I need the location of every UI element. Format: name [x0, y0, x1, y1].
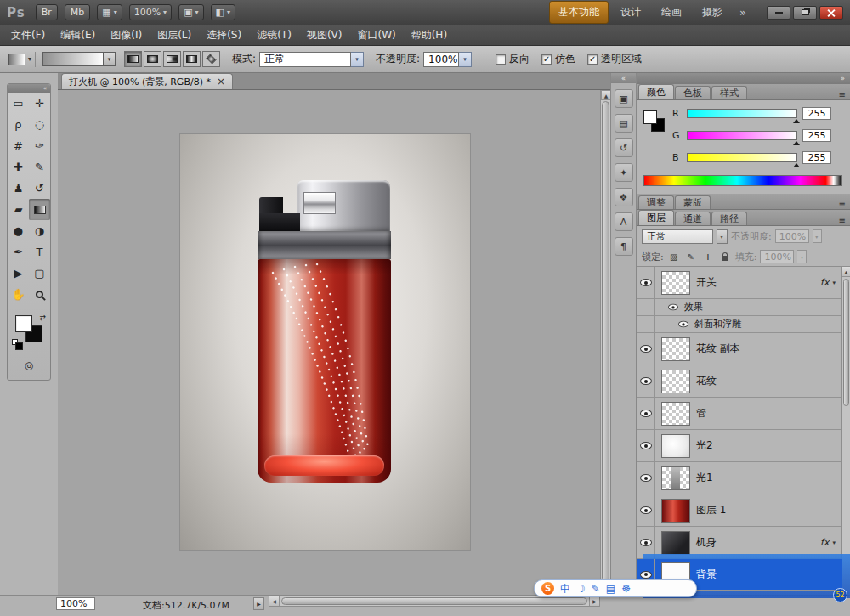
- tab-close-icon[interactable]: ×: [217, 76, 225, 87]
- menu-file[interactable]: 文件(F): [3, 25, 53, 45]
- healing-brush-tool[interactable]: ✚: [8, 156, 29, 178]
- opacity-dropdown-arrow[interactable]: ▾: [459, 52, 472, 67]
- red-value-input[interactable]: 255: [802, 107, 831, 120]
- document-canvas[interactable]: [180, 134, 470, 550]
- visibility-toggle[interactable]: [637, 316, 655, 332]
- layer-thumbnail[interactable]: [661, 434, 690, 458]
- fill-input[interactable]: 100%: [760, 250, 794, 263]
- menu-layer[interactable]: 图层(L): [150, 25, 199, 45]
- visibility-toggle[interactable]: [637, 398, 655, 429]
- visibility-toggle[interactable]: [637, 430, 655, 461]
- visibility-toggle[interactable]: [637, 299, 655, 315]
- tab-paths[interactable]: 路径: [711, 212, 747, 225]
- dodge-tool[interactable]: ◑: [29, 220, 50, 241]
- green-slider-thumb[interactable]: [793, 138, 800, 145]
- tab-adjustments[interactable]: 调整: [638, 195, 674, 209]
- view-extras-button[interactable]: ▦ ▾: [97, 4, 122, 20]
- scroll-right-arrow[interactable]: ▶: [589, 596, 599, 606]
- reflected-gradient-button[interactable]: [183, 51, 201, 67]
- blend-mode-select[interactable]: 正常: [259, 52, 351, 67]
- transparency-option[interactable]: ✓ 透明区域: [587, 52, 642, 66]
- green-slider[interactable]: [687, 131, 797, 140]
- layer-row-tuceng1[interactable]: 图层 1: [637, 494, 842, 527]
- transparency-checkbox[interactable]: ✓: [587, 54, 598, 65]
- visibility-toggle[interactable]: [637, 462, 655, 494]
- lock-all-button[interactable]: [718, 251, 732, 263]
- panel-icon-brushes[interactable]: ❖: [615, 188, 633, 206]
- layer-thumbnail[interactable]: [661, 337, 690, 361]
- fill-arrow[interactable]: ▾: [797, 250, 807, 263]
- layer-opacity-arrow[interactable]: ▾: [813, 229, 822, 243]
- move-tool[interactable]: ✛: [29, 93, 50, 114]
- soft-keyboard-icon[interactable]: ▤: [606, 584, 615, 594]
- menu-view[interactable]: 视图(V): [299, 25, 350, 45]
- layer-row-huawen[interactable]: 花纹: [637, 365, 842, 398]
- visibility-toggle[interactable]: [637, 333, 655, 365]
- vertical-scrollbar[interactable]: ▲ ▼: [600, 90, 610, 595]
- layer-opacity-input[interactable]: 100%: [775, 229, 809, 243]
- blue-slider[interactable]: [687, 153, 797, 162]
- tab-swatches[interactable]: 色板: [675, 86, 711, 99]
- layer-name[interactable]: 花纹 副本: [696, 342, 740, 356]
- default-colors-icon[interactable]: [12, 339, 18, 345]
- angle-gradient-button[interactable]: [163, 51, 181, 67]
- red-slider-thumb[interactable]: [793, 116, 800, 123]
- eye-icon[interactable]: [668, 304, 678, 311]
- layer-name[interactable]: 光1: [696, 471, 713, 485]
- scroll-left-arrow[interactable]: ◀: [269, 596, 280, 606]
- layer-row-guang2[interactable]: 光2: [637, 430, 842, 462]
- layers-scroll-thumb[interactable]: [843, 279, 849, 406]
- foreground-color-swatch[interactable]: [15, 315, 32, 332]
- gradient-preview[interactable]: [42, 52, 104, 66]
- layers-scrollbar[interactable]: ▲: [842, 267, 850, 591]
- menu-window[interactable]: 窗口(W): [349, 25, 403, 45]
- tool-preset-picker[interactable]: ▾: [5, 52, 36, 67]
- linear-gradient-button[interactable]: [124, 51, 142, 67]
- diamond-gradient-button[interactable]: [202, 51, 220, 67]
- eraser-tool[interactable]: ▰: [8, 199, 29, 220]
- layer-name[interactable]: 图层 1: [696, 503, 726, 517]
- mini-bridge-button[interactable]: Mb: [65, 4, 90, 20]
- layer-effects-badge[interactable]: fx ▾: [820, 277, 836, 288]
- panel-icon-character[interactable]: A: [615, 212, 633, 231]
- menu-edit[interactable]: 编辑(E): [53, 25, 103, 45]
- layer-effect-bevel-row[interactable]: 斜面和浮雕: [637, 316, 842, 333]
- layer-thumbnail[interactable]: [661, 402, 690, 426]
- gradient-tool[interactable]: [29, 199, 50, 220]
- layer-name[interactable]: 开关: [696, 275, 717, 290]
- layer-blend-mode-select[interactable]: 正常: [642, 229, 713, 244]
- layer-name[interactable]: 光2: [696, 438, 713, 453]
- dither-checkbox[interactable]: ✓: [541, 54, 552, 65]
- sogou-logo-icon[interactable]: S: [541, 582, 554, 595]
- menu-select[interactable]: 选择(S): [199, 25, 249, 45]
- tab-layers[interactable]: 图层: [638, 210, 674, 225]
- pen-tool[interactable]: ✒: [8, 241, 29, 263]
- history-brush-tool[interactable]: ↺: [29, 178, 50, 199]
- eyedropper-tool[interactable]: ✑: [29, 135, 50, 156]
- menu-help[interactable]: 帮助(H): [404, 25, 455, 45]
- foreground-color-swatch[interactable]: [643, 110, 657, 124]
- tab-masks[interactable]: 蒙版: [675, 195, 711, 209]
- pen-icon[interactable]: ✎: [592, 584, 600, 594]
- layer-row-huawen-copy[interactable]: 花纹 副本: [637, 333, 842, 365]
- panel-menu-icon[interactable]: ≡: [839, 200, 846, 209]
- workspace-overflow-chevron[interactable]: »: [734, 6, 751, 19]
- green-value-input[interactable]: 255: [802, 129, 831, 142]
- panel-menu-icon[interactable]: ≡: [839, 216, 846, 225]
- tab-styles[interactable]: 样式: [711, 86, 747, 99]
- swap-colors-icon[interactable]: ⇄: [39, 314, 46, 322]
- visibility-toggle[interactable]: [637, 494, 655, 526]
- eye-icon[interactable]: [678, 321, 688, 328]
- settings-icon[interactable]: ☸: [621, 584, 631, 594]
- effects-group-label[interactable]: 效果: [684, 301, 703, 314]
- clone-stamp-tool[interactable]: ♟: [8, 178, 29, 199]
- layer-name[interactable]: 机身: [696, 535, 717, 550]
- bridge-button[interactable]: Br: [36, 4, 58, 20]
- lock-position-button[interactable]: ✛: [701, 251, 715, 263]
- layer-name[interactable]: 背景: [696, 568, 717, 582]
- path-selection-tool[interactable]: ▶: [8, 263, 29, 284]
- zoom-level-control[interactable]: 100% ▾: [129, 4, 172, 20]
- restore-button[interactable]: [793, 6, 817, 20]
- lock-transparency-button[interactable]: ▨: [667, 251, 681, 263]
- layer-name[interactable]: 花纹: [696, 374, 717, 388]
